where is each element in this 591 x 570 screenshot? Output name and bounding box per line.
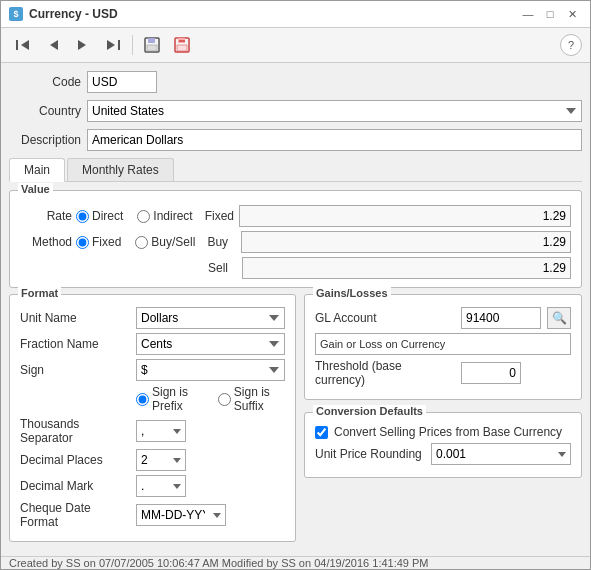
method-row: Method Fixed Buy/Sell Buy [20, 231, 571, 253]
svg-rect-4 [118, 40, 120, 50]
svg-marker-5 [107, 40, 115, 50]
description-input[interactable] [87, 129, 582, 151]
country-row: Country United States [9, 100, 582, 122]
gl-account-search-button[interactable]: 🔍 [547, 307, 571, 329]
fraction-name-select[interactable]: Cents Pence [136, 333, 285, 355]
code-label: Code [9, 75, 81, 89]
tab-monthly-rates[interactable]: Monthly Rates [67, 158, 174, 181]
cheque-date-row: Cheque Date Format MM-DD-YYYY DD-MM-YYYY… [20, 501, 285, 529]
prev-record-button[interactable] [39, 32, 67, 58]
conversion-group-title: Conversion Defaults [313, 405, 426, 417]
code-row: Code [9, 71, 582, 93]
sign-suffix-label: Sign is Suffix [234, 385, 285, 413]
sell-row: Sell [20, 257, 571, 279]
main-window: $ Currency - USD — □ ✕ ? [0, 0, 591, 570]
direct-option[interactable]: Direct [76, 209, 123, 223]
fixed-method-option[interactable]: Fixed [76, 235, 121, 249]
sign-prefix-option[interactable]: Sign is Prefix [136, 385, 204, 413]
sign-prefix-radio[interactable] [136, 393, 149, 406]
thousands-sep-label: Thousands Separator [20, 417, 130, 445]
fraction-name-row: Fraction Name Cents Pence [20, 333, 285, 355]
fraction-name-label: Fraction Name [20, 337, 130, 351]
main-columns: Format Unit Name Dollars Euro Pound Frac… [9, 294, 582, 548]
method-radio-group: Fixed Buy/Sell [76, 235, 195, 249]
gl-account-row: GL Account 🔍 [315, 307, 571, 329]
window-title: Currency - USD [29, 7, 118, 21]
sign-suffix-radio[interactable] [218, 393, 231, 406]
save-button[interactable] [138, 32, 166, 58]
tab-main[interactable]: Main [9, 158, 65, 182]
unit-price-select[interactable]: 0.001 0.01 0.1 1 [431, 443, 571, 465]
unit-name-row: Unit Name Dollars Euro Pound [20, 307, 285, 329]
gains-group: Gains/Losses GL Account 🔍 Gain or Loss o… [304, 294, 582, 400]
country-select[interactable]: United States [87, 100, 582, 122]
status-text: Created by SS on 07/07/2005 10:06:47 AM … [9, 557, 429, 569]
format-group-title: Format [18, 287, 61, 299]
sign-select[interactable]: $ € £ [136, 359, 285, 381]
convert-checkbox-row: Convert Selling Prices from Base Currenc… [315, 425, 571, 439]
sign-suffix-option[interactable]: Sign is Suffix [218, 385, 285, 413]
delete-button[interactable] [168, 32, 196, 58]
rate-label: Rate [20, 209, 72, 223]
sign-label: Sign [20, 363, 130, 377]
right-column: Gains/Losses GL Account 🔍 Gain or Loss o… [304, 294, 582, 548]
sign-row: Sign $ € £ [20, 359, 285, 381]
format-group: Format Unit Name Dollars Euro Pound Frac… [9, 294, 296, 542]
buy-label: Buy [207, 235, 237, 249]
rate-row: Rate Direct Indirect Fixed [20, 205, 571, 227]
conversion-group: Conversion Defaults Convert Selling Pric… [304, 412, 582, 478]
convert-checkbox[interactable] [315, 426, 328, 439]
fixed-method-radio[interactable] [76, 236, 89, 249]
app-icon: $ [9, 7, 23, 21]
unit-name-select[interactable]: Dollars Euro Pound [136, 307, 285, 329]
value-group: Value Rate Direct Indirect Fi [9, 190, 582, 288]
indirect-radio[interactable] [137, 210, 150, 223]
gain-loss-row: Gain or Loss on Currency [315, 333, 571, 355]
indirect-option[interactable]: Indirect [137, 209, 192, 223]
decimal-mark-select[interactable]: . , [136, 475, 186, 497]
buy-value-input[interactable] [241, 231, 571, 253]
svg-rect-11 [177, 45, 187, 51]
buy-sell-option[interactable]: Buy/Sell [135, 235, 195, 249]
svg-rect-0 [16, 40, 18, 50]
toolbar-separator [132, 35, 133, 55]
unit-name-label: Unit Name [20, 311, 130, 325]
description-row: Description [9, 129, 582, 151]
cheque-date-label: Cheque Date Format [20, 501, 130, 529]
title-bar: $ Currency - USD — □ ✕ [1, 1, 590, 28]
cheque-date-select[interactable]: MM-DD-YYYY DD-MM-YYYY YYYY-MM-DD [136, 504, 226, 526]
maximize-button[interactable]: □ [540, 5, 560, 23]
sign-position-group: Sign is Prefix Sign is Suffix [136, 385, 285, 413]
next-record-button[interactable] [69, 32, 97, 58]
thousands-sep-select[interactable]: , . [136, 420, 186, 442]
gain-loss-text: Gain or Loss on Currency [315, 333, 571, 355]
last-record-button[interactable] [99, 32, 127, 58]
decimal-places-select[interactable]: 2 3 4 [136, 449, 186, 471]
threshold-input[interactable] [461, 362, 521, 384]
tab-bar: Main Monthly Rates [9, 158, 582, 182]
main-content: Code Country United States Description M… [1, 63, 590, 556]
sign-prefix-label: Sign is Prefix [152, 385, 204, 413]
gains-group-title: Gains/Losses [313, 287, 391, 299]
svg-marker-1 [21, 40, 29, 50]
code-input[interactable] [87, 71, 157, 93]
buy-sell-radio[interactable] [135, 236, 148, 249]
status-bar: Created by SS on 07/07/2005 10:06:47 AM … [1, 556, 590, 569]
direct-radio[interactable] [76, 210, 89, 223]
decimal-places-row: Decimal Places 2 3 4 [20, 449, 285, 471]
rate-value-input[interactable] [239, 205, 571, 227]
convert-label: Convert Selling Prices from Base Currenc… [334, 425, 562, 439]
sign-position-row: Sign is Prefix Sign is Suffix [20, 385, 285, 413]
close-button[interactable]: ✕ [562, 5, 582, 23]
help-button[interactable]: ? [560, 34, 582, 56]
unit-price-label: Unit Price Rounding [315, 447, 425, 461]
sell-value-input[interactable] [242, 257, 571, 279]
svg-rect-7 [148, 38, 155, 43]
threshold-label: Threshold (base currency) [315, 359, 455, 387]
gl-account-input[interactable] [461, 307, 541, 329]
decimal-mark-label: Decimal Mark [20, 479, 130, 493]
first-record-button[interactable] [9, 32, 37, 58]
method-label: Method [20, 235, 72, 249]
minimize-button[interactable]: — [518, 5, 538, 23]
decimal-mark-row: Decimal Mark . , [20, 475, 285, 497]
